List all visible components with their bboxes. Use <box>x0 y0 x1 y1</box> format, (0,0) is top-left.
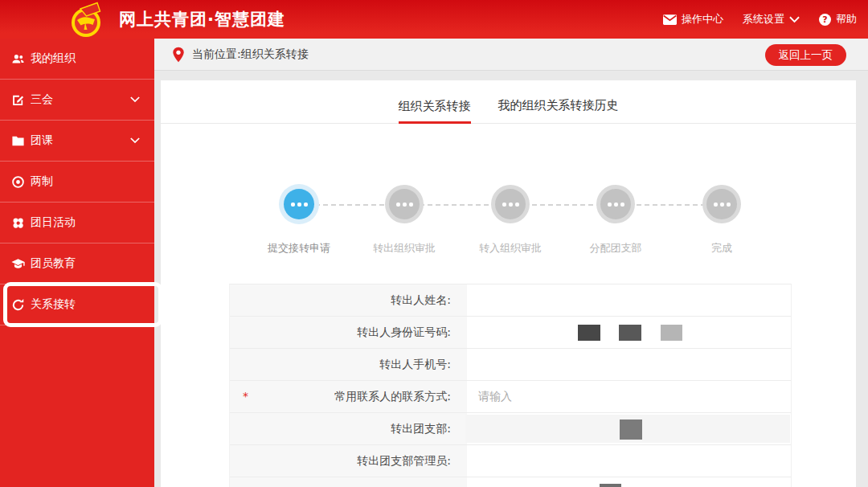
step-label: 分配团支部 <box>563 241 668 256</box>
chevron-down-icon <box>130 136 140 145</box>
sidebar-item-label: 团员教育 <box>31 256 76 271</box>
highlight-annotation-box <box>3 282 162 327</box>
chevron-down-icon <box>789 16 800 23</box>
sidebar-item-label: 两制 <box>31 174 53 189</box>
sidebar-item-member-education[interactable]: 团员教育 <box>0 244 154 284</box>
field-value <box>467 413 791 444</box>
breadcrumb: 当前位置:组织关系转接 <box>192 47 309 62</box>
tab-bar: 组织关系转接 我的组织关系转接历史 <box>161 80 856 124</box>
app-title: 网上共青团·智慧团建 <box>119 0 285 39</box>
step-circle-active <box>284 189 314 219</box>
step-label: 转入组织审批 <box>458 241 563 256</box>
edit-icon <box>11 93 25 107</box>
field-label <box>230 477 467 487</box>
tab-organization-transfer[interactable]: 组织关系转接 <box>399 80 471 124</box>
sidebar-item-relationship-transfer[interactable]: 关系接转 <box>0 284 154 325</box>
content-card: 组织关系转接 我的组织关系转接历史 提交接转申请 转出组织审批 <box>161 80 856 487</box>
activity-icon <box>11 216 25 230</box>
form-row-contact-method: * 常用联系人的联系方式: 请输入 <box>230 381 791 413</box>
chevron-down-icon <box>130 95 140 104</box>
menu-item-help[interactable]: 帮助 <box>819 12 857 27</box>
step-label: 转出组织审批 <box>352 241 457 256</box>
app-window: 网上共青团·智慧团建 操作中心 系统设置 帮助 <box>0 0 868 487</box>
field-value <box>467 477 791 487</box>
field-value <box>467 284 791 316</box>
sidebar-item-my-organization[interactable]: 我的组织 <box>0 39 154 80</box>
target-icon <box>11 175 25 189</box>
step-circle <box>495 189 526 219</box>
required-marker: * <box>243 381 248 412</box>
folder-icon <box>11 134 25 148</box>
step-assign-branch: 分配团支部 <box>563 189 668 256</box>
sidebar-item-label: 关系接转 <box>31 297 76 312</box>
menu-item-system-settings[interactable]: 系统设置 <box>743 12 800 27</box>
sidebar-item-three-meetings[interactable]: 三会 <box>0 80 154 121</box>
transfer-form: 转出人姓名: 转出人身份证号码: 转出人手机号: <box>229 284 792 487</box>
form-row-outgoing-branch-admin: 转出团支部管理员: <box>230 445 791 477</box>
form-row-transferor-name: 转出人姓名: <box>230 284 791 317</box>
sidebar-item-label: 三会 <box>31 92 53 107</box>
menu-item-label: 操作中心 <box>682 12 723 27</box>
league-emblem-logo <box>68 1 104 38</box>
redacted-value <box>600 484 621 487</box>
field-label: * 常用联系人的联系方式: <box>230 381 467 412</box>
step-circle <box>706 189 737 219</box>
education-icon <box>11 257 25 271</box>
field-label: 转出人手机号: <box>230 349 467 380</box>
form-row-partial <box>230 477 791 487</box>
form-row-transferor-id-number: 转出人身份证号码: <box>230 317 791 349</box>
back-button[interactable]: 返回上一页 <box>765 44 847 66</box>
contact-method-input[interactable]: 请输入 <box>467 381 791 412</box>
redacted-value <box>578 325 600 341</box>
redacted-value <box>620 419 642 440</box>
tab-my-transfer-history[interactable]: 我的组织关系转接历史 <box>498 80 619 123</box>
step-incoming-approval: 转入组织审批 <box>458 189 563 256</box>
field-label: 转出人身份证号码: <box>230 317 467 348</box>
field-value <box>467 317 791 348</box>
step-circle <box>389 189 420 219</box>
location-pin-icon <box>172 47 185 63</box>
main-content: 当前位置:组织关系转接 返回上一页 组织关系转接 我的组织关系转接历史 提交接转… <box>154 39 868 487</box>
breadcrumb-bar: 当前位置:组织关系转接 返回上一页 <box>154 39 868 71</box>
sidebar-item-label: 团课 <box>31 133 53 148</box>
redacted-value <box>619 325 641 341</box>
sidebar-item-league-class[interactable]: 团课 <box>0 121 154 162</box>
step-label: 完成 <box>669 241 774 256</box>
field-value <box>467 349 791 380</box>
redacted-value <box>661 325 682 341</box>
field-label-text: 常用联系人的联系方式: <box>334 390 451 403</box>
users-icon <box>11 52 25 66</box>
help-icon <box>819 14 831 26</box>
step-submit-application: 提交接转申请 <box>247 189 351 256</box>
field-label: 转出团支部管理员: <box>230 445 467 477</box>
sidebar-item-label: 团日活动 <box>31 215 76 230</box>
menu-item-operation-center[interactable]: 操作中心 <box>663 12 723 27</box>
field-label: 转出人姓名: <box>230 284 467 316</box>
sidebar-item-two-systems[interactable]: 两制 <box>0 162 154 203</box>
step-outgoing-approval: 转出组织审批 <box>352 189 457 256</box>
sidebar-nav: 我的组织 三会 团课 两制 <box>0 39 154 487</box>
sidebar-item-label: 我的组织 <box>31 51 76 66</box>
header-menu: 操作中心 系统设置 帮助 <box>663 0 857 39</box>
top-header: 网上共青团·智慧团建 操作中心 系统设置 帮助 <box>0 0 868 39</box>
field-value <box>467 445 791 477</box>
mail-icon <box>663 14 677 25</box>
menu-item-label: 系统设置 <box>743 12 784 27</box>
form-row-transferor-phone: 转出人手机号: <box>230 349 791 381</box>
field-label: 转出团支部: <box>230 413 467 444</box>
input-placeholder: 请输入 <box>478 381 512 412</box>
sidebar-item-league-day-activity[interactable]: 团日活动 <box>0 203 154 244</box>
transfer-icon <box>11 298 25 312</box>
menu-item-label: 帮助 <box>836 12 857 27</box>
step-complete: 完成 <box>669 189 774 256</box>
form-row-outgoing-branch: 转出团支部: <box>230 413 791 445</box>
step-label: 提交接转申请 <box>247 241 351 256</box>
step-circle <box>600 189 631 219</box>
